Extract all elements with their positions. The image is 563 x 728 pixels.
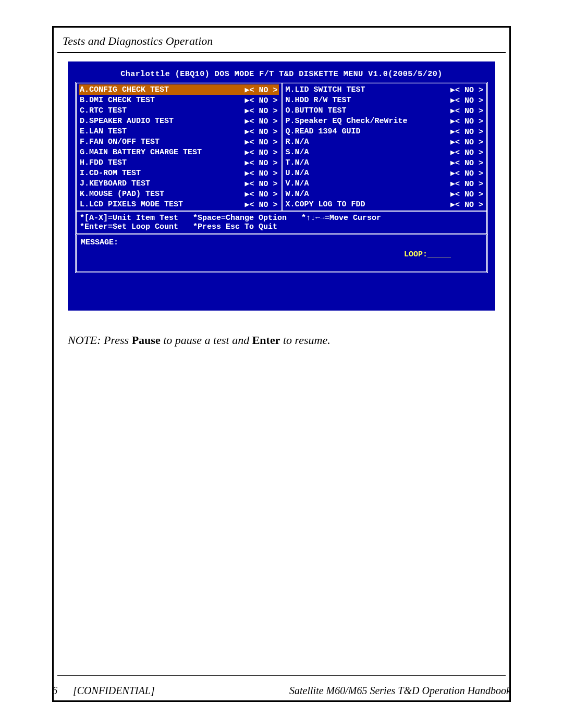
menu-item-label: F.FAN ON/OFF TEST [79, 138, 244, 146]
menu-item-option[interactable]: ▶< NO > [244, 179, 278, 189]
dos-loop-label: LOOP:_____ [81, 250, 482, 259]
menu-item[interactable]: H.FDD TEST▶< NO > [79, 157, 279, 168]
section-header: Tests and Diagnostics Operation [63, 34, 213, 48]
menu-item-option[interactable]: ▶< NO > [450, 179, 484, 189]
menu-item-option[interactable]: ▶< NO > [244, 158, 278, 168]
menu-item[interactable]: I.CD-ROM TEST▶< NO > [79, 168, 279, 178]
menu-item-option[interactable]: ▶< NO > [450, 147, 484, 157]
dos-message-box: MESSAGE: LOOP:_____ [75, 235, 488, 273]
menu-item-option[interactable]: ▶< NO > [244, 95, 278, 105]
menu-item[interactable]: U.N/A▶< NO > [285, 168, 485, 178]
menu-item-label: C.RTC TEST [79, 106, 244, 115]
menu-item-option[interactable]: ▶< NO > [450, 85, 484, 95]
menu-item-label: O.BUTTON TEST [285, 106, 450, 115]
menu-item[interactable]: C.RTC TEST▶< NO > [79, 105, 279, 116]
menu-item-label: W.N/A [285, 190, 450, 199]
menu-item[interactable]: B.DMI CHECK TEST▶< NO > [79, 95, 279, 105]
menu-item[interactable]: T.N/A▶< NO > [285, 157, 485, 168]
menu-item-label: G.MAIN BATTERY CHARGE TEST [79, 148, 244, 157]
menu-item-option[interactable]: ▶< NO > [450, 168, 484, 178]
header-rule [57, 52, 506, 53]
menu-item-option[interactable]: ▶< NO > [244, 116, 278, 126]
menu-item-option[interactable]: ▶< NO > [450, 158, 484, 168]
page-footer: 6 [CONFIDENTIAL] Satellite M60/M65 Serie… [52, 685, 511, 697]
menu-item-option[interactable]: ▶< NO > [450, 200, 484, 209]
menu-item[interactable]: P.Speaker EQ Check/ReWrite▶< NO > [285, 116, 485, 126]
menu-item[interactable]: O.BUTTON TEST▶< NO > [285, 105, 485, 116]
handbook-title: Satellite M60/M65 Series T&D Operation H… [289, 685, 511, 697]
menu-item-option[interactable]: ▶< NO > [450, 106, 484, 116]
footer-rule [57, 675, 506, 676]
menu-item-label: I.CD-ROM TEST [79, 169, 244, 178]
dos-hint: *Space=Change Option [193, 214, 287, 223]
menu-item-label: A.CONFIG CHECK TEST [79, 85, 244, 94]
menu-item-option[interactable]: ▶< NO > [450, 95, 484, 105]
menu-item-option[interactable]: ▶< NO > [244, 137, 278, 147]
menu-item-option[interactable]: ▶< NO > [450, 137, 484, 147]
menu-item-option[interactable]: ▶< NO > [244, 147, 278, 157]
menu-item-label: R.N/A [285, 138, 450, 146]
menu-item-label: L.LCD PIXELS MODE TEST [79, 200, 244, 209]
menu-item-option[interactable]: ▶< NO > [450, 116, 484, 126]
note-enter-key: Enter [252, 334, 280, 347]
note-prefix: NOTE: Press [68, 334, 132, 347]
menu-item[interactable]: R.N/A▶< NO > [285, 137, 485, 147]
dos-hint: *Press Esc To Quit [193, 223, 277, 231]
menu-item[interactable]: A.CONFIG CHECK TEST▶< NO > [79, 84, 279, 95]
page-number: 6 [52, 685, 73, 697]
menu-item-label: H.FDD TEST [79, 158, 244, 167]
dos-message-label: MESSAGE: [81, 238, 482, 247]
menu-item[interactable]: M.LID SWITCH TEST▶< NO > [285, 84, 485, 95]
menu-item-label: E.LAN TEST [79, 127, 244, 136]
note-text: NOTE: Press Pause to pause a test and En… [68, 334, 331, 347]
menu-item-label: B.DMI CHECK TEST [79, 96, 244, 105]
menu-item-label: J.KEYBOARD TEST [79, 179, 244, 188]
note-suffix: to resume. [283, 334, 331, 347]
menu-item-option[interactable]: ▶< NO > [450, 189, 484, 199]
menu-item[interactable]: W.N/A▶< NO > [285, 189, 485, 199]
menu-item-label: X.COPY LOG TO FDD [285, 200, 450, 209]
menu-item-label: P.Speaker EQ Check/ReWrite [285, 117, 450, 126]
dos-menu-right-column: M.LID SWITCH TEST▶< NO >N.HDD R/W TEST▶<… [283, 83, 487, 211]
menu-item-label: T.N/A [285, 158, 450, 167]
menu-item[interactable]: D.SPEAKER AUDIO TEST▶< NO > [79, 116, 279, 126]
menu-item-option[interactable]: ▶< NO > [244, 168, 278, 178]
menu-item[interactable]: N.HDD R/W TEST▶< NO > [285, 95, 485, 105]
menu-item-label: S.N/A [285, 148, 450, 157]
dos-hint: *↑↓←→=Move Cursor [301, 214, 381, 223]
confidential-label: [CONFIDENTIAL] [73, 685, 289, 697]
menu-item-label: Q.READ 1394 GUID [285, 127, 450, 136]
menu-item[interactable]: K.MOUSE (PAD) TEST▶< NO > [79, 189, 279, 199]
dos-menu-box: A.CONFIG CHECK TEST▶< NO >B.DMI CHECK TE… [75, 82, 488, 235]
menu-item[interactable]: L.LCD PIXELS MODE TEST▶< NO > [79, 199, 279, 209]
menu-item-option[interactable]: ▶< NO > [244, 127, 278, 137]
menu-item-label: N.HDD R/W TEST [285, 96, 450, 105]
menu-item-label: V.N/A [285, 179, 450, 188]
menu-item[interactable]: V.N/A▶< NO > [285, 178, 485, 189]
dos-hint: *Enter=Set Loop Count [80, 223, 178, 231]
menu-item-option[interactable]: ▶< NO > [244, 85, 278, 95]
menu-item[interactable]: J.KEYBOARD TEST▶< NO > [79, 178, 279, 189]
menu-item-option[interactable]: ▶< NO > [244, 106, 278, 116]
dos-hint-bar: *[A-X]=Unit Item Test*Space=Change Optio… [77, 211, 486, 233]
menu-item[interactable]: Q.READ 1394 GUID▶< NO > [285, 126, 485, 137]
menu-item[interactable]: G.MAIN BATTERY CHARGE TEST▶< NO > [79, 147, 279, 157]
note-mid: to pause a test and [163, 334, 252, 347]
menu-item-option[interactable]: ▶< NO > [450, 127, 484, 137]
menu-item-option[interactable]: ▶< NO > [244, 200, 278, 209]
menu-item-label: K.MOUSE (PAD) TEST [79, 190, 244, 199]
menu-item[interactable]: F.FAN ON/OFF TEST▶< NO > [79, 137, 279, 147]
menu-item-label: M.LID SWITCH TEST [285, 85, 450, 94]
menu-item[interactable]: S.N/A▶< NO > [285, 147, 485, 157]
note-pause-key: Pause [132, 334, 161, 347]
menu-item-label: U.N/A [285, 169, 450, 178]
menu-item-label: D.SPEAKER AUDIO TEST [79, 117, 244, 126]
menu-item[interactable]: X.COPY LOG TO FDD▶< NO > [285, 199, 485, 209]
dos-hint: *[A-X]=Unit Item Test [80, 214, 178, 223]
dos-menu-left-column: A.CONFIG CHECK TEST▶< NO >B.DMI CHECK TE… [77, 83, 283, 211]
dos-title: Charlottle (EBQ10) DOS MODE F/T T&D DISK… [75, 70, 488, 79]
menu-item-option[interactable]: ▶< NO > [244, 189, 278, 199]
menu-item[interactable]: E.LAN TEST▶< NO > [79, 126, 279, 137]
dos-menu-screenshot: Charlottle (EBQ10) DOS MODE F/T T&D DISK… [68, 61, 495, 311]
